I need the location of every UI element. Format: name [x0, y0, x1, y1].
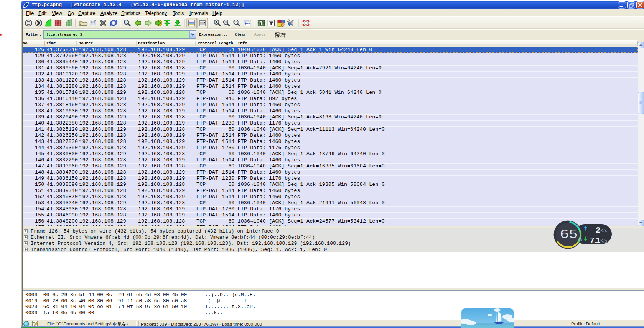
svg-text:7.1: 7.1 [590, 236, 600, 244]
svg-text:2: 2 [596, 226, 600, 234]
svg-text:65: 65 [560, 227, 578, 241]
svg-text:%: % [578, 236, 583, 242]
svg-text:K/s: K/s [600, 228, 607, 233]
svg-text:1:1: 1:1 [234, 21, 238, 23]
svg-text:K/s: K/s [600, 238, 607, 244]
